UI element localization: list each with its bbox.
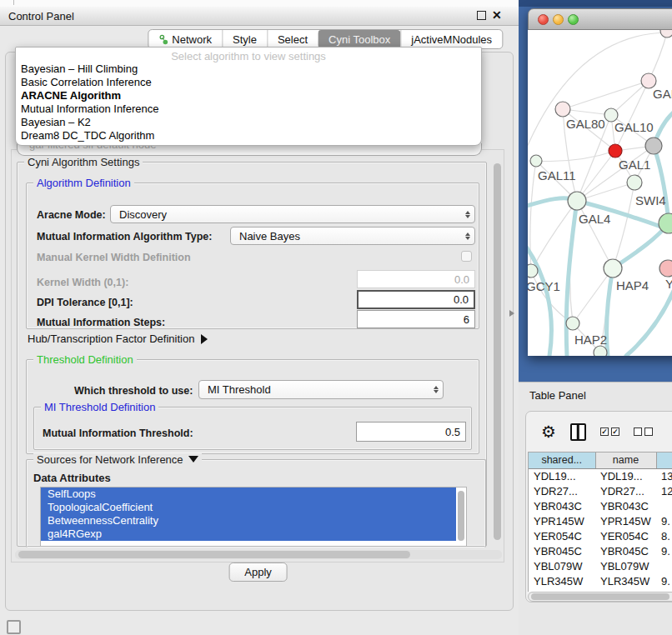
table-cell[interactable]: 9. xyxy=(656,573,672,588)
mi-steps-input[interactable] xyxy=(357,310,475,328)
mi-algorithm-type-combo[interactable]: Naive Bayes xyxy=(230,227,475,245)
network-node-gal1[interactable] xyxy=(609,144,622,158)
kernel-width-input[interactable] xyxy=(357,270,475,288)
table-row[interactable]: YBR043CYBR043C xyxy=(529,498,672,513)
table-cell[interactable]: YER054C xyxy=(595,528,656,543)
table-cell[interactable]: YLR345W xyxy=(595,573,656,588)
network-window-titlebar[interactable] xyxy=(528,8,672,30)
minimize-traffic-light-icon[interactable] xyxy=(553,14,564,25)
algorithm-option[interactable]: Basic Correlation Inference xyxy=(16,76,481,89)
table-cell[interactable]: YBR045C xyxy=(595,543,656,558)
table-row[interactable]: YDR27...YDR27...12 xyxy=(529,483,672,498)
algorithm-option[interactable]: ARACNE Algorithm xyxy=(16,89,481,102)
network-node-gcy1[interactable] xyxy=(528,264,538,278)
control-panel-title: Control Panel xyxy=(8,10,74,22)
table-cell[interactable]: YBR043C xyxy=(595,498,656,513)
hub-definition-toggle[interactable]: Hub/Transcription Factor Definition xyxy=(28,332,208,345)
settings-horizontal-scrollbar[interactable] xyxy=(15,550,502,559)
attribute-item[interactable]: BetweennessCentrality xyxy=(41,514,456,528)
network-view-window[interactable]: GALGAL80GAL10GAL1GAL11GAL4SWI4GCY1HAP4YH… xyxy=(528,8,672,356)
tab-jactivemnodules[interactable]: jActiveMNodules xyxy=(400,30,502,48)
settings-vertical-scrollbar[interactable] xyxy=(493,162,502,550)
desktop-top-band xyxy=(519,0,672,7)
table-cell[interactable]: YPR145W xyxy=(595,513,656,528)
table-cell[interactable] xyxy=(656,558,672,573)
tab-network[interactable]: Network xyxy=(148,30,222,48)
table-row[interactable]: YLR345WYLR345W9. xyxy=(529,573,672,588)
network-node[interactable] xyxy=(645,138,662,154)
tab-style[interactable]: Style xyxy=(222,30,267,48)
data-attributes-list[interactable]: SelfLoopsTopologicalCoefficientBetweenne… xyxy=(40,487,467,547)
deselect-all-checks-icon[interactable] xyxy=(634,428,653,436)
table-row[interactable]: YPR145WYPR145W9. xyxy=(529,513,672,528)
gear-icon[interactable]: ⚙ xyxy=(541,423,556,440)
network-node-gal80[interactable] xyxy=(555,102,570,117)
table-row[interactable]: YBR045CYBR045C9. xyxy=(529,543,672,558)
apply-button[interactable]: Apply xyxy=(229,562,288,582)
algorithm-dropdown-popup: Select algorithm to view settings Bayesi… xyxy=(15,47,482,146)
tab-select[interactable]: Select xyxy=(267,30,318,48)
panel-resize-handle[interactable] xyxy=(509,310,514,317)
network-node[interactable] xyxy=(660,30,672,38)
float-window-icon[interactable] xyxy=(477,11,486,20)
table-cell[interactable]: 8. xyxy=(656,528,672,543)
network-canvas[interactable]: GALGAL80GAL10GAL1GAL11GAL4SWI4GCY1HAP4YH… xyxy=(528,30,672,356)
algorithm-option[interactable]: Mutual Information Inference xyxy=(16,102,481,116)
top-strip xyxy=(0,0,519,7)
table-cell[interactable]: 12 xyxy=(656,483,672,498)
manual-kernel-width-checkbox[interactable] xyxy=(461,251,472,262)
table-cell[interactable]: YPR145W xyxy=(529,513,595,528)
tab-label: Cyni Toolbox xyxy=(328,33,390,46)
table-cell[interactable]: YDL19... xyxy=(529,468,595,483)
table-horizontal-scrollbar[interactable] xyxy=(528,592,672,602)
attribute-item[interactable]: SelfLoops xyxy=(41,488,456,501)
mi-algorithm-type-label: Mutual Information Algorithm Type: xyxy=(37,231,212,242)
table-row[interactable]: YDL19...YDL19...13 xyxy=(529,468,672,483)
column-header[interactable]: shared... xyxy=(529,452,595,468)
table-cell[interactable]: YBL079W xyxy=(529,558,595,573)
list-scrollbar[interactable] xyxy=(458,491,464,541)
tab-cyni-toolbox[interactable]: Cyni Toolbox xyxy=(318,30,400,48)
table-cell[interactable]: YDR27... xyxy=(595,483,656,498)
mi-threshold-definition-title: MI Threshold Definition xyxy=(41,401,158,413)
sources-toggle[interactable]: Sources for Network Inference xyxy=(33,453,202,466)
column-header[interactable]: name xyxy=(595,452,656,468)
attribute-item[interactable]: TopologicalCoefficient xyxy=(41,501,456,514)
table-cell[interactable]: YDR27... xyxy=(529,483,595,498)
close-icon[interactable]: ✕ xyxy=(492,8,502,22)
network-node-gal11[interactable] xyxy=(530,155,542,167)
network-node-hap4[interactable] xyxy=(604,259,622,278)
network-node[interactable] xyxy=(594,346,607,356)
which-threshold-combo[interactable]: MI Threshold xyxy=(198,380,444,399)
table-cell[interactable]: YER054C xyxy=(529,528,595,543)
dpi-tolerance-input[interactable] xyxy=(357,290,475,309)
algorithm-option[interactable]: Bayesian – K2 xyxy=(16,116,481,129)
grip-icon[interactable] xyxy=(7,620,21,634)
algorithm-option[interactable]: Bayesian – Hill Climbing xyxy=(16,62,481,76)
table-cell[interactable]: YBR043C xyxy=(529,498,595,513)
close-traffic-light-icon[interactable] xyxy=(538,14,549,25)
network-node-hap2[interactable] xyxy=(566,317,579,330)
tab-label: Style xyxy=(233,33,257,46)
zoom-traffic-light-icon[interactable] xyxy=(568,14,579,25)
mi-threshold-input[interactable] xyxy=(356,422,466,442)
table-row[interactable]: YBL079WYBL079W xyxy=(529,558,672,573)
table-cell[interactable]: YLR345W xyxy=(529,573,595,588)
network-node[interactable] xyxy=(627,175,642,190)
network-node-y[interactable] xyxy=(659,260,672,277)
columns-icon[interactable] xyxy=(570,423,586,441)
table-cell[interactable]: 9. xyxy=(656,543,672,558)
algorithm-option[interactable]: Dream8 DC_TDC Algorithm xyxy=(16,129,481,142)
table-cell[interactable]: YDL19... xyxy=(595,468,656,483)
select-all-checks-icon[interactable]: ✓✓ xyxy=(600,428,619,436)
table-cell[interactable]: 13 xyxy=(656,468,672,483)
table-cell[interactable] xyxy=(656,498,672,513)
aracne-mode-combo[interactable]: Discovery xyxy=(110,205,475,223)
table-row[interactable]: YER054CYER054C8. xyxy=(529,528,672,543)
attribute-item[interactable]: gal4RGexp xyxy=(41,528,456,541)
column-header[interactable]: A xyxy=(656,452,672,468)
table-cell[interactable]: 9. xyxy=(656,513,672,528)
table-cell[interactable]: YBR045C xyxy=(529,543,595,558)
network-node-gal4[interactable] xyxy=(568,192,586,210)
table-cell[interactable]: YBL079W xyxy=(595,558,656,573)
